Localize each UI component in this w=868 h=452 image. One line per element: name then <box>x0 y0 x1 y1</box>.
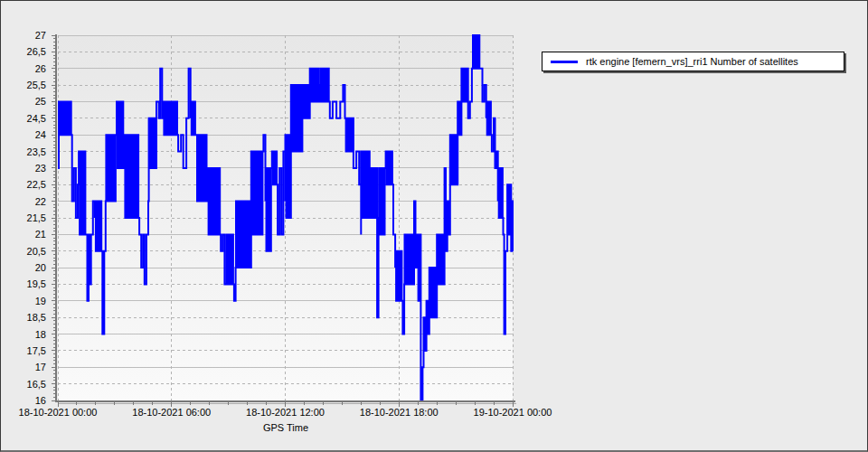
x-tick-label: 18-10-2021 12:00 <box>231 407 340 419</box>
x-axis-title: GPS Time <box>231 422 340 433</box>
y-tick-label: 25 <box>5 96 46 107</box>
y-tick-label: 18,5 <box>5 312 46 323</box>
y-tick-label: 23,5 <box>5 146 46 157</box>
y-tick-label: 17,5 <box>5 345 46 356</box>
x-tick-label: 19-10-2021 00:00 <box>458 407 567 419</box>
y-tick-label: 21 <box>5 229 46 240</box>
y-tick-label: 16 <box>5 395 46 406</box>
y-tick-label: 27 <box>5 30 46 41</box>
x-tick-label: 18-10-2021 18:00 <box>344 407 453 419</box>
legend-series-label: rtk engine [femern_vrs]_rri1 Number of s… <box>586 56 798 67</box>
chart-window: 2726,52625,52524,52423,52322,52221,52120… <box>0 0 868 452</box>
y-tick-label: 20,5 <box>5 246 46 257</box>
y-tick-label: 21,5 <box>5 212 46 223</box>
y-tick-label: 26,5 <box>5 46 46 57</box>
y-tick-label: 25,5 <box>5 80 46 90</box>
y-tick-label: 22 <box>5 196 46 207</box>
x-tick-label: 18-10-2021 06:00 <box>118 407 226 419</box>
y-tick-label: 22,5 <box>5 179 46 190</box>
y-tick-label: 23 <box>5 163 46 174</box>
y-tick-label: 17 <box>5 362 46 372</box>
legend-box: rtk engine [femern_vrs]_rri1 Number of s… <box>542 52 844 71</box>
y-tick-label: 19 <box>5 296 46 306</box>
y-tick-label: 20 <box>5 262 46 273</box>
legend-line-sample <box>551 61 578 63</box>
y-tick-label: 24 <box>5 129 46 140</box>
y-tick-label: 19,5 <box>5 278 46 289</box>
x-tick-label: 18-10-2021 00:00 <box>4 407 112 419</box>
y-tick-label: 18 <box>5 329 46 340</box>
y-tick-label: 24,5 <box>5 113 46 124</box>
y-tick-label: 16,5 <box>5 379 46 390</box>
y-tick-label: 26 <box>5 63 46 74</box>
